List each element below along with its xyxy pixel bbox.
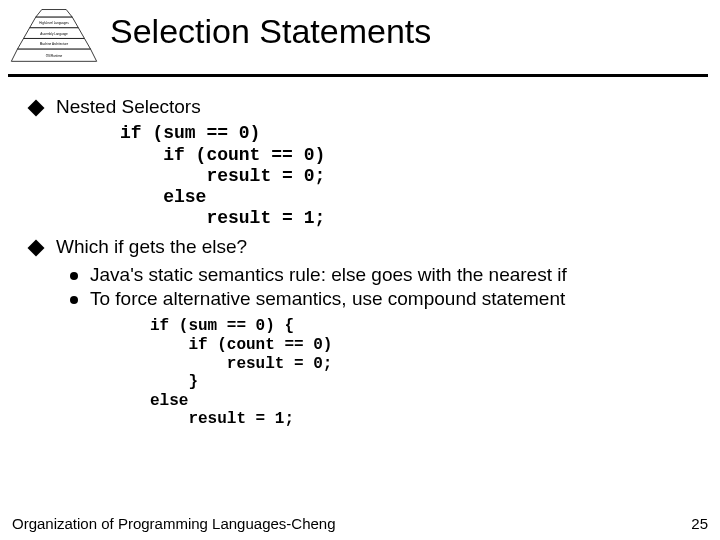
footer-left: Organization of Programming Languages-Ch… xyxy=(12,515,336,532)
svg-text:OS/Runtime: OS/Runtime xyxy=(46,54,63,58)
slide-footer: Organization of Programming Languages-Ch… xyxy=(12,515,708,532)
bullet-which-if: Which if gets the else? xyxy=(30,235,702,259)
sub-bullet-text: Java's static semantics rule: else goes … xyxy=(90,263,567,287)
slide-header: High-level Languages Assembly Language M… xyxy=(0,0,720,72)
code-block-2: if (sum == 0) { if (count == 0) result =… xyxy=(150,317,702,428)
sub-bullet-text: To force alternative semantics, use comp… xyxy=(90,287,565,311)
diamond-bullet-icon xyxy=(28,100,45,117)
svg-marker-0 xyxy=(36,10,73,18)
sub-bullet-2: To force alternative semantics, use comp… xyxy=(70,287,702,311)
bullet-text: Nested Selectors xyxy=(56,95,201,119)
dot-bullet-icon xyxy=(70,272,78,280)
slide-body: Nested Selectors if (sum == 0) if (count… xyxy=(0,77,720,429)
code-block-1: if (sum == 0) if (count == 0) result = 0… xyxy=(120,123,702,229)
sub-bullet-list: Java's static semantics rule: else goes … xyxy=(70,262,702,312)
svg-text:High-level Languages: High-level Languages xyxy=(39,21,69,25)
svg-text:Machine Architecture: Machine Architecture xyxy=(40,42,69,46)
page-number: 25 xyxy=(691,515,708,532)
slide-title: Selection Statements xyxy=(110,8,431,51)
sub-bullet-1: Java's static semantics rule: else goes … xyxy=(70,263,702,287)
dot-bullet-icon xyxy=(70,296,78,304)
bullet-text: Which if gets the else? xyxy=(56,235,247,259)
bullet-nested-selectors: Nested Selectors xyxy=(30,95,702,119)
svg-text:Assembly Language: Assembly Language xyxy=(40,32,68,36)
diamond-bullet-icon xyxy=(28,240,45,257)
pyramid-icon: High-level Languages Assembly Language M… xyxy=(8,8,100,72)
